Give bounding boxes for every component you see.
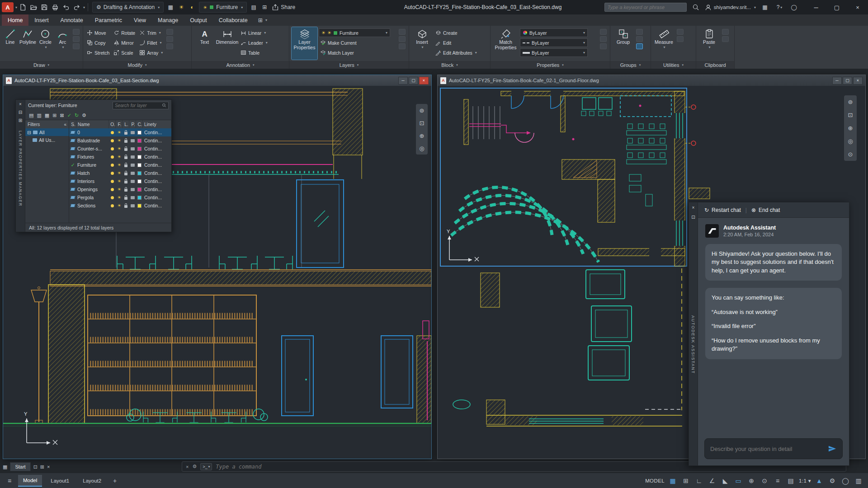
isodraft-icon[interactable]: ◣ bbox=[720, 476, 730, 486]
doc-restore-button[interactable]: ▢ bbox=[843, 77, 852, 84]
model-tab[interactable]: Model bbox=[18, 475, 42, 487]
layout-menu-icon[interactable]: ≡ bbox=[5, 476, 14, 486]
scale-button[interactable]: Scale bbox=[112, 48, 137, 57]
linear-button[interactable]: Linear▾ bbox=[239, 28, 269, 37]
window-maximize-button[interactable]: ▢ bbox=[826, 0, 847, 14]
modify-extra-tools[interactable] bbox=[165, 27, 174, 60]
group-selection-toggle[interactable] bbox=[636, 43, 643, 49]
open-from-web-icon[interactable]: ⊞ bbox=[259, 2, 270, 13]
zoom-icon[interactable]: ⊕ bbox=[848, 125, 853, 131]
palette-close-icon[interactable]: × bbox=[19, 102, 22, 107]
assistant-titlebar[interactable]: × ⊡ AUTODESK ASSISTANT bbox=[689, 202, 698, 466]
layer-row-Interiors[interactable]: Interiors☀Contin... bbox=[69, 177, 171, 185]
sheet-set-icon[interactable]: ▤ bbox=[248, 2, 259, 13]
layer-properties-manager[interactable]: × ⊟ ⊞ LAYER PROPERTIES MANAGER Current l… bbox=[15, 99, 172, 232]
palette-properties-icon[interactable]: ⊞ bbox=[19, 118, 22, 123]
lineweight-display-icon[interactable]: ≡ bbox=[773, 476, 783, 486]
doc-minimize-button[interactable]: ─ bbox=[398, 77, 408, 84]
doc-restore-icon[interactable]: ⊡ bbox=[33, 464, 38, 470]
palette-autohide-icon[interactable]: ⊟ bbox=[19, 110, 22, 115]
doc-close-button[interactable]: × bbox=[853, 77, 863, 84]
suggestion-unused-blocks[interactable]: “How do I remove unused blocks from my d… bbox=[712, 337, 835, 353]
navigation-bar[interactable]: ⊚ ⊡ ⊕ ◎ ⊙ bbox=[844, 95, 857, 161]
filter-all-used[interactable]: All Us... bbox=[25, 136, 69, 144]
linetype-dropdown[interactable]: ByLayer ▾ bbox=[520, 38, 588, 47]
snap-icon[interactable]: ⊞ bbox=[681, 476, 691, 486]
share-icon[interactable] bbox=[270, 2, 281, 13]
mirror-button[interactable]: Mirror bbox=[112, 38, 137, 47]
groups-extra-tools[interactable] bbox=[635, 27, 644, 60]
assistant-close-icon[interactable]: × bbox=[692, 205, 695, 210]
workspace-switch-icon[interactable]: ⚙ bbox=[827, 476, 837, 486]
notifications-icon[interactable]: ◯ bbox=[788, 2, 799, 13]
end-chat-button[interactable]: ⊗ End chat bbox=[751, 207, 780, 213]
layer-row-Balustrade[interactable]: Balustrade☀Contin... bbox=[69, 136, 171, 145]
object-snap-icon[interactable]: ⊕ bbox=[746, 476, 756, 486]
rotate-button[interactable]: Rotate bbox=[112, 28, 137, 37]
model-space-toggle[interactable]: MODEL bbox=[645, 478, 665, 483]
help-icon[interactable]: ?▾ bbox=[774, 2, 785, 13]
layer-row-Sections[interactable]: Sections☀Contin... bbox=[69, 202, 171, 210]
show-motion-icon[interactable]: ⊙ bbox=[848, 151, 853, 158]
day-night-icon[interactable]: ☀ bbox=[176, 2, 187, 13]
recent-commands-icon[interactable]: >_▾ bbox=[200, 463, 212, 470]
doc-maximize-icon[interactable]: ⊞ bbox=[40, 464, 44, 470]
fillet-button[interactable]: Fillet▾ bbox=[138, 38, 164, 47]
new-layer-icon[interactable]: ⊞ bbox=[52, 113, 57, 118]
match-properties-button[interactable]: Match Properties bbox=[493, 27, 519, 60]
new-group-filter-icon[interactable]: ▥ bbox=[37, 113, 41, 118]
tab-annotate[interactable]: Annotate bbox=[55, 14, 89, 26]
section-window-titlebar[interactable]: AutoCAD-LT-FY25_Fire-Station-Book-Cafe_0… bbox=[3, 75, 431, 86]
full-nav-wheel-icon[interactable]: ⊚ bbox=[848, 99, 853, 105]
panel-annotation-footer[interactable]: Annotation▾ bbox=[192, 61, 289, 69]
create-block-button[interactable]: Create bbox=[434, 28, 478, 37]
file-tab-menu-icon[interactable]: ▦ bbox=[3, 464, 7, 470]
layer-states-icon[interactable]: ▦ bbox=[45, 113, 49, 118]
layer-grid-header[interactable]: S. Name O. F. L. P. C. Linety bbox=[69, 120, 171, 128]
annotation-monitor-icon[interactable]: ▦ bbox=[165, 2, 176, 13]
save-icon[interactable] bbox=[39, 2, 50, 13]
quick-layer-dropdown[interactable]: ☀ Furniture ▾ bbox=[199, 2, 247, 13]
panel-modify-footer[interactable]: Modify▾ bbox=[83, 61, 191, 69]
infer-constraints-icon[interactable]: ∟ bbox=[694, 476, 704, 486]
section-document-window[interactable]: AutoCAD-LT-FY25_Fire-Station-Book-Cafe_0… bbox=[3, 75, 432, 459]
autodesk-assistant-palette[interactable]: × ⊡ AUTODESK ASSISTANT ↻ Restart chat | … bbox=[689, 202, 849, 466]
layer-search-input[interactable] bbox=[115, 103, 160, 108]
help-search-box[interactable] bbox=[604, 3, 687, 12]
layout1-tab[interactable]: Layout1 bbox=[46, 475, 74, 487]
stretch-button[interactable]: Stretch bbox=[85, 48, 111, 57]
layer-select-dropdown[interactable]: ☀ ☀ Furniture ▾ bbox=[319, 28, 390, 37]
layout2-tab[interactable]: Layout2 bbox=[78, 475, 106, 487]
text-button[interactable]: A Text bbox=[194, 27, 215, 60]
dimension-button[interactable]: Dimension bbox=[217, 27, 238, 60]
transparency-icon[interactable]: ▤ bbox=[786, 476, 796, 486]
collapse-filters-icon[interactable]: « bbox=[64, 122, 66, 127]
lineweight-dropdown[interactable]: ByLayer ▾ bbox=[520, 48, 588, 57]
restart-chat-button[interactable]: ↻ Restart chat bbox=[704, 207, 741, 213]
isolate-objects-icon[interactable]: ◯ bbox=[840, 476, 850, 486]
arc-button[interactable]: Arc▾ bbox=[55, 27, 71, 60]
layer-row-0[interactable]: 0☀Contin... bbox=[69, 128, 171, 136]
suggestion-invalid-file[interactable]: “Invalid file error” bbox=[712, 322, 835, 330]
match-layer-button[interactable]: Match Layer bbox=[319, 48, 396, 57]
account-menu[interactable]: shiyamdev.srit... ▾ bbox=[705, 4, 756, 11]
insert-button[interactable]: Insert▾ bbox=[411, 27, 433, 60]
layers-extra-tools[interactable] bbox=[398, 27, 406, 60]
circle-button[interactable]: Circle▾ bbox=[38, 27, 53, 60]
new-property-filter-icon[interactable]: ▤ bbox=[29, 113, 33, 118]
full-nav-wheel-icon[interactable]: ⊚ bbox=[420, 107, 425, 114]
doc-restore-button[interactable]: ▢ bbox=[409, 77, 418, 84]
layer-row-Hatch[interactable]: Hatch☀Contin... bbox=[69, 169, 171, 177]
customize-command-icon[interactable]: ⚙ bbox=[192, 464, 197, 469]
annotation-visibility-icon[interactable]: ▲ bbox=[814, 476, 824, 486]
polyline-button[interactable]: Polyline bbox=[19, 27, 36, 60]
set-current-icon[interactable]: ✓ bbox=[67, 113, 71, 118]
autocad-logo-icon[interactable] bbox=[2, 2, 14, 12]
refresh-icon[interactable]: ↻ bbox=[75, 113, 79, 118]
utilities-extra-tools[interactable] bbox=[676, 27, 684, 60]
delete-layer-icon[interactable]: ⊠ bbox=[60, 113, 64, 118]
orbit-icon[interactable]: ◎ bbox=[848, 138, 853, 145]
layer-row-Furniture[interactable]: ✓Furniture☀Contin... bbox=[69, 161, 171, 169]
redo-icon[interactable] bbox=[71, 2, 82, 13]
panel-groups-footer[interactable]: Groups▾ bbox=[610, 61, 651, 69]
